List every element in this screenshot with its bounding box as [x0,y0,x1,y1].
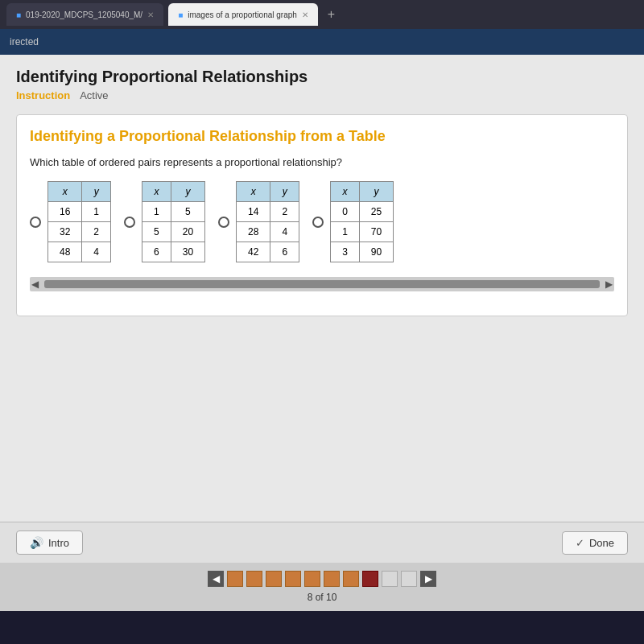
scroll-right-arrow[interactable]: ▶ [605,279,613,290]
table-d-header-y: y [359,182,393,202]
nav-dot-3[interactable] [266,571,282,587]
cell: 70 [359,222,393,242]
cell: 3 [331,242,360,262]
cell: 28 [237,222,270,242]
checkmark-icon: ✓ [576,537,584,549]
table-row: 1 5 [142,202,205,222]
cell: 5 [171,202,204,222]
table-option-c: x y 14 2 28 4 42 [218,181,299,262]
done-label: Done [589,537,614,549]
page-indicator: 8 of 10 [308,592,337,603]
cell: 5 [142,222,171,242]
done-button[interactable]: ✓ Done [562,531,628,555]
volume-icon: 🔊 [30,536,43,549]
cell: 90 [359,242,393,262]
radio-d[interactable] [312,217,324,228]
scroll-left-arrow[interactable]: ◀ [31,279,39,290]
table-row: 5 20 [142,222,205,242]
table-row: 14 2 [237,202,299,222]
content-spacer [16,316,628,397]
cell: 14 [237,202,270,222]
nav-dot-8[interactable] [362,571,378,587]
scrollbar[interactable]: ◀ ▶ [30,277,614,291]
table-b-header-y: y [171,182,204,202]
radio-c[interactable] [218,217,229,228]
nav-dot-2[interactable] [246,571,262,587]
cell: 16 [48,202,82,222]
cell: 42 [237,242,270,262]
nav-dot-10[interactable] [401,571,417,587]
table-option-b: x y 1 5 5 20 6 [124,181,205,262]
tab-1-close[interactable]: ✕ [147,10,154,19]
cell: 20 [171,222,204,242]
nav-dots-row: ◀ ▶ [208,571,436,587]
nav-dot-4[interactable] [285,571,301,587]
table-a: x y 16 1 32 2 48 [47,181,111,262]
cell: 4 [270,222,299,242]
cell: 25 [359,202,393,222]
table-d: x y 0 25 1 70 3 [330,181,394,262]
tab-2[interactable]: ■ images of a proportional graph ✕ [168,3,318,26]
nav-prev-button[interactable]: ◀ [208,571,224,587]
table-row: 16 1 [48,202,111,222]
new-tab-button[interactable]: + [323,7,340,22]
intro-label: Intro [48,537,69,549]
table-row: 48 4 [48,242,111,262]
radio-a[interactable] [30,217,41,228]
page-title: Identifying Proportional Relationships [16,68,628,86]
question-text: Which table of ordered pairs represents … [30,156,614,168]
cell: 6 [142,242,171,262]
table-b-header-x: x [142,182,171,202]
tab-1-label: 019-2020_MDCPS_1205040_M/ [26,10,142,19]
cell: 1 [142,202,171,222]
breadcrumb: Instruction Active [16,89,628,101]
table-option-a: x y 16 1 32 2 48 [30,181,111,262]
top-nav: irected [0,29,644,55]
table-row: 32 2 [48,222,111,242]
cell: 1 [82,202,111,222]
cell: 32 [48,222,82,242]
main-content: Identifying Proportional Relationships I… [0,55,644,522]
tables-row: x y 16 1 32 2 48 [30,181,614,262]
table-b: x y 1 5 5 20 6 [142,181,205,262]
table-c-header-x: x [237,182,270,202]
nav-dot-5[interactable] [304,571,320,587]
cell: 30 [171,242,204,262]
nav-dots-area: ◀ ▶ 8 of 10 [0,563,644,611]
tab-1[interactable]: ■ 019-2020_MDCPS_1205040_M/ ✕ [6,3,163,26]
cell: 1 [331,222,360,242]
cell: 2 [270,202,299,222]
content-card: Identifying a Proportional Relationship … [16,114,628,316]
table-row: 3 90 [331,242,394,262]
intro-button[interactable]: 🔊 Intro [16,530,83,555]
table-c: x y 14 2 28 4 42 [236,181,299,262]
table-row: 28 4 [237,222,299,242]
table-c-header-y: y [270,182,299,202]
cell: 4 [82,242,111,262]
top-nav-text: irected [10,36,39,47]
cell: 6 [270,242,299,262]
table-a-header-y: y [82,182,111,202]
table-row: 1 70 [331,222,394,242]
table-d-header-x: x [331,182,360,202]
cell: 2 [82,222,111,242]
instruction-label: Instruction [16,89,70,101]
card-heading: Identifying a Proportional Relationship … [30,128,614,145]
tab-2-close[interactable]: ✕ [302,10,308,19]
radio-b[interactable] [124,217,135,228]
nav-dot-1[interactable] [227,571,243,587]
nav-next-button[interactable]: ▶ [420,571,436,587]
nav-dot-7[interactable] [343,571,359,587]
nav-dot-9[interactable] [382,571,398,587]
cell: 48 [48,242,82,262]
footer: 🔊 Intro ✓ Done [0,522,644,563]
table-option-d: x y 0 25 1 70 3 [312,181,394,262]
table-row: 6 30 [142,242,205,262]
nav-dot-6[interactable] [324,571,340,587]
browser-chrome: ■ 019-2020_MDCPS_1205040_M/ ✕ ■ images o… [0,0,644,29]
table-a-header-x: x [48,182,82,202]
table-row: 42 6 [237,242,299,262]
cell: 0 [331,202,360,222]
table-row: 0 25 [331,202,394,222]
active-label: Active [80,89,108,101]
